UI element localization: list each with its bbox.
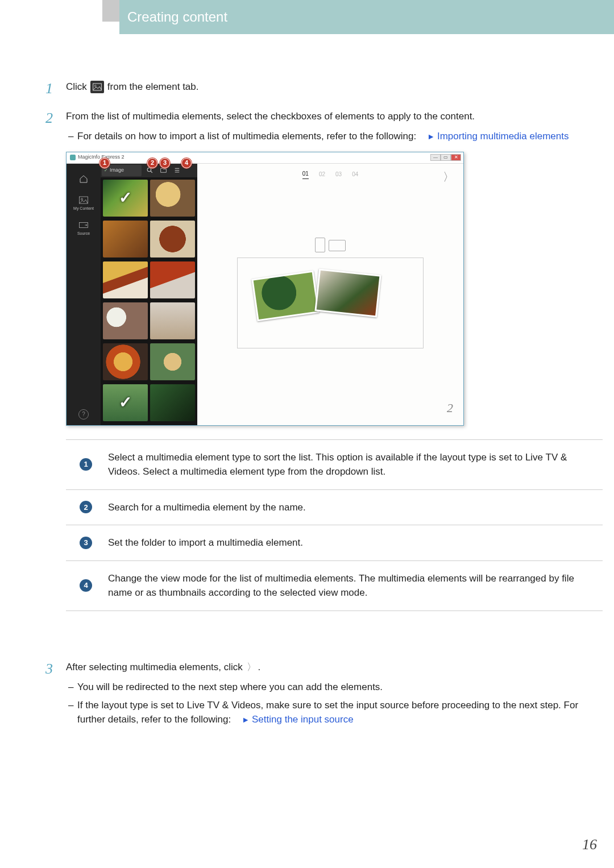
thumbnail-grid: ✓ ✓ bbox=[101, 177, 197, 425]
portrait-device-icon bbox=[315, 238, 325, 252]
step3-sub1: You will be redirected to the next step … bbox=[66, 680, 603, 695]
step2-text: From the list of multimedia elements, se… bbox=[66, 111, 475, 122]
page-2[interactable]: 02 bbox=[319, 170, 325, 178]
table-row: 4 Change the view mode for the list of m… bbox=[66, 560, 603, 610]
table-row: 2 Search for a multimedia element by the… bbox=[66, 489, 603, 525]
link-marker-icon: ► bbox=[427, 132, 435, 141]
app-logo-icon bbox=[70, 155, 76, 160]
callout-desc-1: Select a multimedia element type to sort… bbox=[106, 439, 603, 489]
home-button[interactable] bbox=[70, 168, 97, 190]
thumbnail[interactable] bbox=[150, 221, 195, 258]
thumbnail[interactable] bbox=[150, 302, 195, 340]
step-list: Click from the element tab. From the lis… bbox=[45, 80, 603, 727]
callout-badge-1: 1 bbox=[80, 458, 92, 471]
my-content-button[interactable]: My Content bbox=[70, 193, 97, 215]
window-titlebar: MagicInfo Express 2 — ▭ ✕ bbox=[67, 152, 463, 164]
app-screenshot: MagicInfo Express 2 — ▭ ✕ bbox=[66, 152, 464, 426]
callout-badge-4: 4 bbox=[80, 579, 92, 592]
step1-post: from the element tab. bbox=[107, 80, 199, 94]
image-element-icon bbox=[90, 81, 104, 93]
header-tab-gray bbox=[102, 0, 119, 22]
page-indicator: 01 02 03 04 bbox=[197, 169, 463, 179]
placed-photo[interactable] bbox=[251, 270, 319, 321]
step3-sub2: If the layout type is set to Live TV & V… bbox=[66, 698, 603, 727]
next-arrow-icon: 〉 bbox=[246, 662, 258, 673]
next-page-button[interactable]: 〉 bbox=[443, 168, 454, 185]
step3-pre: After selecting multimedia elements, cli… bbox=[66, 662, 243, 672]
page-content: Click from the element tab. From the lis… bbox=[45, 80, 603, 742]
list-icon bbox=[173, 167, 181, 174]
close-button[interactable]: ✕ bbox=[451, 154, 461, 161]
link-importing[interactable]: Importing multimedia elements bbox=[437, 131, 569, 142]
minimize-button[interactable]: — bbox=[430, 154, 441, 161]
page-header: Creating content bbox=[119, 0, 614, 34]
callout-2: 2 bbox=[147, 158, 157, 168]
callout-desc-2: Search for a multimedia element by the n… bbox=[106, 489, 603, 525]
link-input-source[interactable]: Setting the input source bbox=[252, 714, 354, 725]
check-icon: ✓ bbox=[119, 186, 132, 210]
thumbnail[interactable]: ✓ bbox=[103, 180, 148, 217]
step2-sub1: For details on how to import a list of m… bbox=[66, 129, 603, 144]
callout-badge-3: 3 bbox=[80, 537, 92, 549]
canvas-page-number: 2 bbox=[447, 398, 453, 417]
callout-3: 3 bbox=[160, 158, 170, 168]
link-marker-icon: ► bbox=[242, 715, 250, 724]
step-3: After selecting multimedia elements, cli… bbox=[45, 660, 603, 727]
callout-4: 4 bbox=[181, 158, 192, 168]
table-row: 1 Select a multimedia element type to so… bbox=[66, 439, 603, 489]
page-4[interactable]: 04 bbox=[352, 170, 358, 178]
page-header-title: Creating content bbox=[127, 7, 227, 27]
thumbnail[interactable] bbox=[150, 180, 195, 217]
callout-desc-3: Set the folder to import a multimedia el… bbox=[106, 525, 603, 561]
thumbnail[interactable] bbox=[150, 384, 195, 422]
thumbnail[interactable] bbox=[103, 261, 148, 299]
placed-photo[interactable] bbox=[314, 268, 381, 317]
step2-sub1-pre: For details on how to import a list of m… bbox=[77, 131, 416, 142]
thumbnail[interactable] bbox=[103, 343, 148, 381]
help-button[interactable]: ? bbox=[78, 409, 89, 420]
thumbnail[interactable] bbox=[150, 343, 195, 381]
device-preview-icons bbox=[315, 238, 346, 252]
thumbnail[interactable]: ✓ bbox=[103, 384, 148, 422]
sidebar: My Content Source ? bbox=[67, 164, 101, 425]
element-panel-toolbar: 1 Image 2 3 4 bbox=[101, 164, 197, 177]
callout-1: 1 bbox=[99, 158, 110, 168]
source-label: Source bbox=[77, 231, 90, 237]
thumbnail[interactable] bbox=[103, 221, 148, 258]
thumbnail[interactable] bbox=[150, 261, 195, 299]
source-button[interactable]: Source bbox=[70, 218, 97, 240]
svg-rect-0 bbox=[93, 84, 102, 90]
maximize-button[interactable]: ▭ bbox=[441, 154, 451, 161]
view-mode-button[interactable] bbox=[171, 165, 182, 176]
step-2: From the list of multimedia elements, se… bbox=[45, 109, 603, 645]
svg-point-5 bbox=[147, 168, 151, 172]
callout-desc-4: Change the view mode for the list of mul… bbox=[106, 560, 603, 610]
landscape-device-icon bbox=[329, 240, 346, 251]
source-icon bbox=[78, 221, 89, 230]
step-1: Click from the element tab. bbox=[45, 80, 603, 94]
table-row: 3 Set the folder to import a multimedia … bbox=[66, 525, 603, 561]
svg-point-1 bbox=[94, 85, 96, 86]
step3-post: . bbox=[258, 662, 261, 672]
home-icon bbox=[78, 175, 89, 184]
image-icon bbox=[78, 196, 89, 205]
check-icon: ✓ bbox=[119, 391, 132, 414]
page-1[interactable]: 01 bbox=[302, 169, 309, 179]
callout-table: 1 Select a multimedia element type to so… bbox=[66, 439, 603, 611]
step1-pre: Click bbox=[66, 80, 87, 94]
svg-point-3 bbox=[81, 198, 83, 200]
page-number: 16 bbox=[582, 833, 597, 855]
my-content-label: My Content bbox=[73, 206, 94, 212]
canvas-area: 01 02 03 04 〉 2 bbox=[197, 164, 463, 425]
callout-badge-2: 2 bbox=[80, 501, 92, 513]
page-3[interactable]: 03 bbox=[335, 170, 342, 178]
element-panel: 1 Image 2 3 4 ✓ bbox=[101, 164, 197, 425]
thumbnail[interactable] bbox=[103, 302, 148, 340]
